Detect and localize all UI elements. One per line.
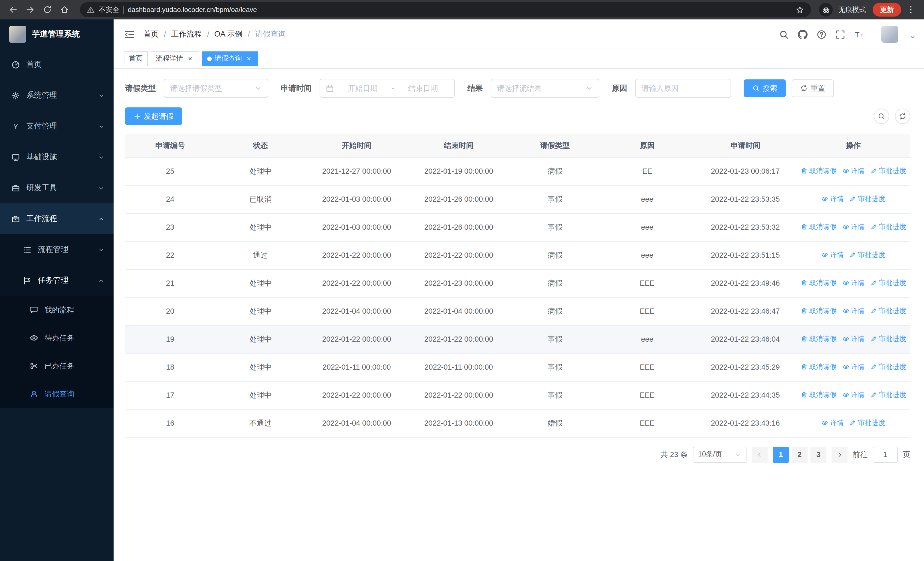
detail-action-link[interactable]: 详情	[842, 166, 864, 176]
progress-action-link[interactable]: 审批进度	[870, 278, 906, 288]
font-size-icon[interactable]: TT	[850, 26, 868, 43]
leave-type-select[interactable]: 请选择请假类型	[164, 79, 268, 98]
table-row[interactable]: 23处理中2022-01-03 00:00:002022-01-26 00:00…	[125, 213, 910, 241]
sidebar-item-task-mgmt[interactable]: 任务管理	[0, 265, 114, 296]
github-icon[interactable]	[794, 26, 812, 43]
progress-action-link[interactable]: 审批进度	[870, 222, 906, 232]
page-button-3[interactable]: 3	[810, 447, 826, 462]
search-button[interactable]: 搜索	[744, 80, 786, 97]
browser-back-icon[interactable]	[6, 2, 21, 17]
sidebar-item-done-tasks[interactable]: 已办任务	[0, 352, 114, 380]
cell-leave_type: 事假	[510, 381, 600, 409]
search-icon[interactable]	[775, 26, 793, 43]
detail-action-link[interactable]: 详情	[842, 334, 864, 344]
table-row[interactable]: 22通过2022-01-22 00:00:002022-01-22 00:00:…	[125, 241, 910, 269]
detail-action-link[interactable]: 详情	[842, 362, 864, 372]
sidebar-item-dev-tools[interactable]: 研发工具	[0, 173, 114, 203]
sidebar-item-system-mgmt[interactable]: 系统管理	[0, 80, 114, 111]
browser-menu-icon[interactable]	[903, 2, 918, 17]
page-button-2[interactable]: 2	[792, 447, 808, 462]
browser-reload-icon[interactable]	[40, 2, 55, 17]
table-row[interactable]: 16不通过2022-01-04 00:00:002022-01-13 00:00…	[125, 409, 910, 437]
table-row[interactable]: 18处理中2022-01-11 00:00:002022-01-11 00:00…	[125, 353, 910, 381]
hamburger-icon[interactable]	[124, 29, 135, 40]
sidebar-item-my-process[interactable]: 我的流程	[0, 296, 114, 324]
breadcrumb: 首页/工作流程/OA 示例/请假查询	[143, 29, 286, 39]
progress-action-link[interactable]: 审批进度	[870, 362, 906, 372]
close-icon[interactable]: ×	[245, 54, 253, 63]
table-row[interactable]: 25处理中2021-12-27 00:00:002022-01-19 00:00…	[125, 157, 910, 185]
bookmark-star-icon[interactable]	[796, 5, 804, 14]
breadcrumb-item[interactable]: 首页	[143, 29, 159, 39]
address-bar[interactable]: 不安全 dashboard.yudao.iocoder.cn/bpm/oa/le…	[80, 2, 811, 17]
result-select[interactable]: 请选择流结果	[491, 79, 599, 98]
detail-action-link[interactable]: 详情	[821, 194, 843, 204]
sidebar-item-home[interactable]: 首页	[0, 49, 114, 80]
cell-actions: 取消请假详情审批进度	[796, 297, 910, 325]
tab-process-detail[interactable]: 流程详情×	[151, 51, 199, 66]
table-row[interactable]: 21处理中2022-01-22 00:00:002022-01-23 00:00…	[125, 269, 910, 297]
cancel-action-link[interactable]: 取消请假	[801, 222, 836, 232]
eye-icon	[821, 420, 828, 426]
progress-action-link[interactable]: 审批进度	[849, 418, 885, 428]
cancel-action-link[interactable]: 取消请假	[801, 334, 836, 344]
cancel-action-link[interactable]: 取消请假	[801, 306, 836, 316]
page-size-select[interactable]: 10条/页	[693, 447, 747, 462]
detail-action-link[interactable]: 详情	[821, 250, 843, 260]
cell-id: 25	[125, 157, 215, 185]
column-header: 结束时间	[408, 134, 510, 157]
avatar[interactable]	[881, 26, 898, 43]
table-row[interactable]: 20处理中2022-01-04 00:00:002022-01-04 00:00…	[125, 297, 910, 325]
detail-action-link[interactable]: 详情	[842, 278, 864, 288]
detail-action-link[interactable]: 详情	[842, 306, 864, 316]
sidebar-item-label: 请假查询	[45, 389, 74, 399]
create-leave-button[interactable]: 发起请假	[125, 107, 182, 125]
tab-home[interactable]: 首页	[124, 51, 148, 66]
cancel-action-link[interactable]: 取消请假	[801, 390, 836, 400]
sidebar-item-leave-query[interactable]: 请假查询	[0, 380, 114, 408]
detail-action-link[interactable]: 详情	[842, 222, 864, 232]
tab-leave-query[interactable]: 请假查询×	[202, 51, 258, 66]
apply-time-range-picker[interactable]: 开始日期 - 结束日期	[320, 79, 455, 98]
cancel-action-link[interactable]: 取消请假	[801, 278, 836, 288]
question-icon[interactable]	[813, 26, 830, 43]
table-row[interactable]: 17处理中2022-01-22 00:00:002022-01-22 00:00…	[125, 381, 910, 409]
browser-forward-icon[interactable]	[23, 2, 38, 17]
browser-home-icon[interactable]	[57, 2, 72, 17]
detail-action-link[interactable]: 详情	[842, 390, 864, 400]
sidebar-item-process-mgmt[interactable]: 流程管理	[0, 234, 114, 265]
progress-action-link[interactable]: 审批进度	[870, 306, 906, 316]
breadcrumb-item[interactable]: OA 示例	[214, 29, 243, 39]
progress-action-link[interactable]: 审批进度	[849, 194, 885, 204]
prev-page-button[interactable]	[752, 447, 768, 462]
sidebar-item-todo-tasks[interactable]: 待办任务	[0, 324, 114, 352]
table-search-button[interactable]	[874, 108, 889, 124]
progress-action-link[interactable]: 审批进度	[870, 166, 906, 176]
navbar-tools: TT	[775, 26, 868, 43]
reason-input[interactable]	[635, 79, 731, 98]
progress-action-link[interactable]: 审批进度	[870, 334, 906, 344]
table-row[interactable]: 19处理中2022-01-22 00:00:002022-01-22 00:00…	[125, 325, 910, 353]
start-date-placeholder: 开始日期	[337, 83, 388, 93]
table-row[interactable]: 24已取消2022-01-03 00:00:002022-01-26 00:00…	[125, 185, 910, 213]
sidebar-item-infrastructure[interactable]: 基础设施	[0, 142, 114, 173]
breadcrumb-item[interactable]: 工作流程	[171, 29, 202, 39]
detail-action-link[interactable]: 详情	[821, 418, 843, 428]
next-page-button[interactable]	[831, 447, 848, 462]
caret-down-icon[interactable]	[909, 34, 916, 41]
browser-update-button[interactable]: 更新	[873, 3, 901, 17]
table-refresh-button[interactable]	[895, 108, 910, 124]
fullscreen-icon[interactable]	[831, 26, 849, 43]
sidebar-item-workflow[interactable]: 工作流程	[0, 203, 114, 234]
cell-reason: eee	[600, 241, 694, 269]
eye-icon	[842, 224, 849, 230]
reset-button[interactable]: 重置	[792, 80, 834, 97]
cancel-action-link[interactable]: 取消请假	[801, 362, 836, 372]
page-button-1[interactable]: 1	[773, 447, 789, 462]
goto-page-input[interactable]	[873, 447, 898, 462]
cancel-action-link[interactable]: 取消请假	[801, 166, 836, 176]
sidebar-item-payment-mgmt[interactable]: ¥支付管理	[0, 111, 114, 142]
progress-action-link[interactable]: 审批进度	[870, 390, 906, 400]
progress-action-link[interactable]: 审批进度	[849, 250, 885, 260]
close-icon[interactable]: ×	[186, 54, 194, 63]
